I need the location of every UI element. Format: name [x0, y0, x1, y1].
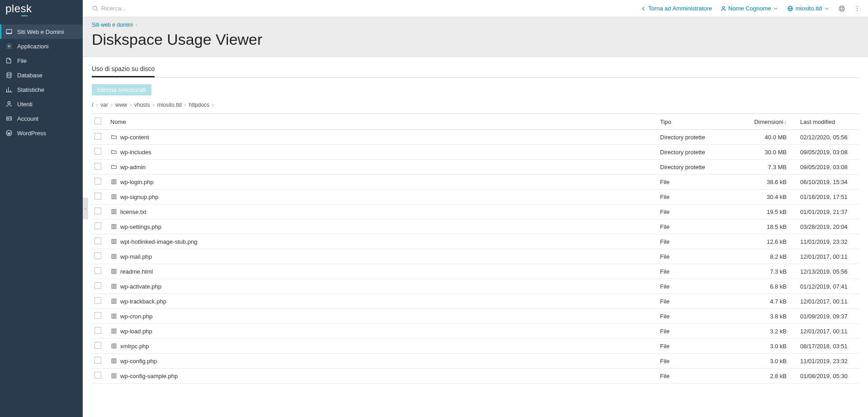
row-name-text: wp-cron.php [120, 313, 153, 320]
row-type: File [656, 309, 746, 324]
row-modified: 01/09/2019, 09:37 [796, 309, 859, 324]
breadcrumb-link[interactable]: Siti web e domini [92, 22, 133, 28]
row-checkbox[interactable] [94, 178, 101, 185]
sidebar-item-wp[interactable]: WordPress [0, 126, 83, 140]
path-sep: › [184, 102, 186, 108]
svg-point-27 [857, 8, 858, 9]
sidebar-collapse-handle[interactable] [83, 198, 88, 219]
path-segment[interactable]: var [100, 102, 108, 108]
row-name[interactable]: license.txt [110, 208, 651, 215]
row-checkbox[interactable] [94, 208, 101, 214]
row-type: Directory protette [656, 160, 746, 175]
row-name[interactable]: wpt-hotlinked-image-stub.png [110, 238, 651, 245]
sidebar-item-file[interactable]: File [0, 53, 83, 68]
row-name[interactable]: wp-includes [110, 149, 651, 156]
row-checkbox[interactable] [94, 223, 101, 229]
sidebar-item-apps[interactable]: Applicazioni [0, 39, 83, 53]
row-name[interactable]: wp-settings.php [110, 223, 651, 230]
table-row: xmlrpc.phpFile3.0 kB08/17/2018, 03:51 [92, 339, 859, 354]
sidebar-item-websites[interactable]: Siti Web e Domini [0, 24, 83, 39]
row-size: 6.8 kB [746, 279, 796, 294]
brand-logo[interactable]: plesk [0, 0, 83, 17]
row-name[interactable]: wp-cron.php [110, 313, 651, 320]
path-segment[interactable]: vhosts [134, 102, 150, 108]
col-header-type[interactable]: Tipo [656, 114, 746, 130]
row-name[interactable]: readme.html [110, 268, 651, 275]
row-name-text: xmlrpc.php [120, 343, 149, 350]
row-checkbox[interactable] [94, 163, 101, 170]
row-checkbox[interactable] [94, 193, 101, 199]
path-segment[interactable]: httpdocs [189, 102, 209, 108]
row-name[interactable]: wp-activate.php [110, 283, 651, 290]
file-icon [5, 57, 13, 64]
back-to-admin-link[interactable]: Torna ad Amministratore [640, 5, 712, 12]
path-segment[interactable]: www [115, 102, 127, 108]
folder-icon [110, 164, 118, 170]
table-row: wp-cron.phpFile3.8 kB01/09/2019, 09:37 [92, 309, 859, 324]
sidebar-item-stats[interactable]: Statistiche [0, 82, 83, 97]
row-checkbox[interactable] [94, 312, 101, 319]
svg-point-14 [93, 6, 97, 10]
row-checkbox[interactable] [94, 297, 101, 304]
row-name-text: wp-content [120, 134, 149, 141]
row-checkbox[interactable] [94, 252, 101, 259]
row-name[interactable]: xmlrpc.php [110, 343, 651, 350]
row-checkbox[interactable] [94, 267, 101, 274]
search-input[interactable] [101, 5, 210, 12]
svg-line-22 [840, 7, 841, 8]
delete-selected-button[interactable]: Elimina selezionati [92, 84, 151, 95]
row-checkbox[interactable] [94, 327, 101, 334]
row-name[interactable]: wp-config.php [110, 358, 651, 365]
row-checkbox[interactable] [94, 342, 101, 349]
row-name-text: wpt-hotlinked-image-stub.png [120, 238, 198, 245]
row-name[interactable]: wp-trackback.php [110, 298, 651, 305]
row-checkbox[interactable] [94, 148, 101, 155]
path-segment[interactable]: miosito.tld [157, 102, 182, 108]
row-checkbox[interactable] [94, 372, 101, 379]
row-name[interactable]: wp-content [110, 134, 651, 141]
file-icon [110, 328, 118, 334]
svg-point-16 [722, 6, 724, 9]
row-name[interactable]: wp-load.php [110, 328, 651, 335]
tabs: Uso di spazio su disco [92, 65, 859, 78]
row-name-text: wp-login.php [120, 179, 154, 185]
col-header-size[interactable]: Dimensioni↓ [746, 114, 796, 130]
row-name[interactable]: wp-login.php [110, 179, 651, 185]
kebab-menu-icon[interactable] [854, 5, 861, 12]
file-icon [110, 238, 118, 245]
row-name[interactable]: wp-mail.php [110, 253, 651, 260]
path-segment[interactable]: / [92, 102, 93, 108]
sidebar-item-db[interactable]: Database [0, 68, 83, 82]
row-checkbox[interactable] [94, 282, 101, 289]
sidebar-item-label: Utenti [17, 101, 33, 108]
col-header-name[interactable]: Nome [106, 114, 656, 130]
tab-diskspace[interactable]: Uso di spazio su disco [92, 65, 155, 77]
row-name-text: wp-admin [120, 164, 146, 171]
row-name[interactable]: wp-signup.php [110, 194, 651, 200]
row-type: File [656, 264, 746, 279]
file-icon [110, 373, 118, 379]
table-row: wp-login.phpFile38.6 kB06/10/2019, 15:34 [92, 175, 859, 190]
row-name[interactable]: wp-config-sample.php [110, 373, 651, 379]
user-menu[interactable]: Nome Cognome [720, 5, 779, 12]
table-row: wp-adminDirectory protette7.3 MB09/05/20… [92, 160, 859, 175]
svg-point-2 [8, 45, 10, 47]
row-name[interactable]: wp-admin [110, 164, 651, 171]
brand-text: plesk [5, 2, 32, 15]
site-menu[interactable]: miosito.tld [787, 5, 830, 12]
topbar-links: Torna ad Amministratore Nome Cognome mio… [640, 5, 864, 12]
select-all-checkbox[interactable] [94, 118, 101, 124]
help-icon[interactable] [838, 5, 845, 12]
svg-line-25 [843, 9, 844, 10]
col-header-modified[interactable]: Last modified [796, 114, 859, 130]
row-type: Directory protette [656, 145, 746, 160]
sidebar-item-account[interactable]: Account [0, 111, 83, 126]
row-modified: 01/12/2019, 07:41 [796, 279, 859, 294]
row-checkbox[interactable] [94, 357, 101, 364]
row-checkbox[interactable] [94, 133, 101, 140]
sidebar-item-users[interactable]: Utenti [0, 97, 83, 111]
row-size: 4.7 kB [746, 294, 796, 309]
file-table-body: wp-contentDirectory protette40.0 MB02/12… [92, 130, 859, 384]
file-icon [110, 194, 118, 200]
row-checkbox[interactable] [94, 237, 101, 244]
